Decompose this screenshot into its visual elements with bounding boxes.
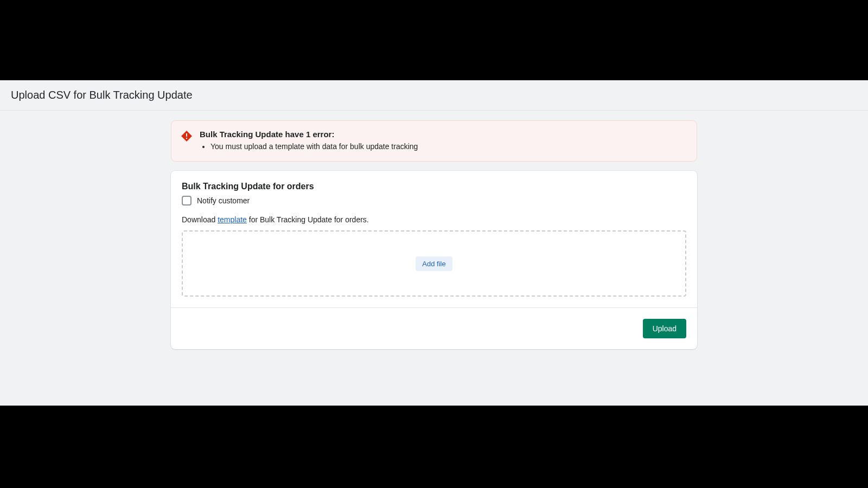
card-title: Bulk Tracking Update for orders: [182, 182, 686, 191]
notify-customer-checkbox[interactable]: [182, 196, 192, 206]
svg-rect-0: [186, 133, 187, 137]
add-file-button[interactable]: Add file: [416, 256, 452, 271]
svg-rect-1: [186, 138, 187, 139]
button-row: Upload: [182, 319, 686, 338]
error-list: You must upload a template with data for…: [200, 141, 687, 152]
notify-customer-label: Notify customer: [197, 196, 250, 205]
file-dropzone[interactable]: Add file: [182, 230, 686, 297]
top-letterbox: [0, 0, 868, 80]
page-title: Upload CSV for Bulk Tracking Update: [11, 89, 857, 101]
download-prefix: Download: [182, 215, 218, 224]
error-banner: Bulk Tracking Update have 1 error: You m…: [171, 120, 697, 162]
download-template-text: Download template for Bulk Tracking Upda…: [182, 215, 686, 224]
bottom-letterbox: [0, 406, 868, 488]
error-title: Bulk Tracking Update have 1 error:: [200, 130, 687, 139]
page-header: Upload CSV for Bulk Tracking Update: [0, 80, 868, 111]
divider: [171, 307, 697, 308]
main-container: Bulk Tracking Update have 1 error: You m…: [171, 111, 697, 349]
content-area: Upload CSV for Bulk Tracking Update Bulk…: [0, 80, 868, 406]
error-message: You must upload a template with data for…: [210, 141, 687, 152]
notify-customer-row: Notify customer: [182, 196, 686, 206]
download-suffix: for Bulk Tracking Update for orders.: [247, 215, 369, 224]
error-icon: [181, 131, 192, 142]
upload-button[interactable]: Upload: [643, 319, 686, 338]
error-content: Bulk Tracking Update have 1 error: You m…: [200, 130, 687, 152]
template-link[interactable]: template: [218, 215, 247, 224]
upload-card: Bulk Tracking Update for orders Notify c…: [171, 171, 697, 349]
